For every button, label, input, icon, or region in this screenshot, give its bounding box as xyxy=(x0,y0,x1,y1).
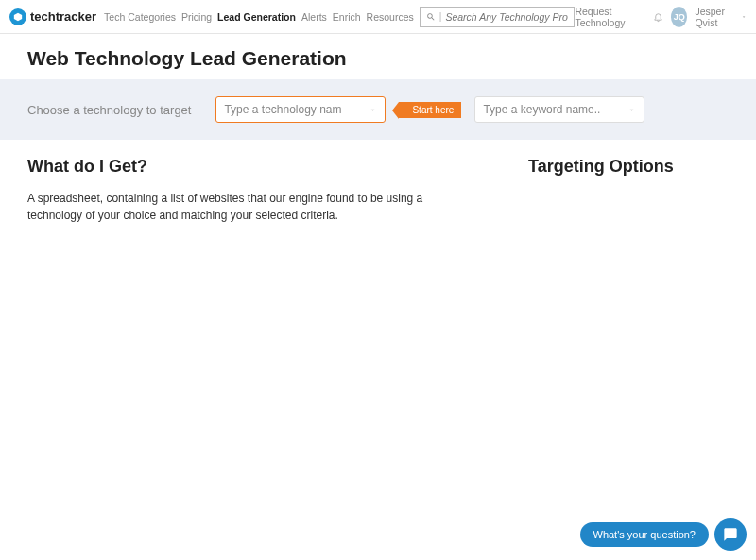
nav-enrich[interactable]: Enrich xyxy=(333,11,361,23)
logo-icon xyxy=(9,8,26,25)
search-separator: | xyxy=(439,11,442,22)
logo-text: techtracker xyxy=(30,9,96,24)
technology-select[interactable]: Type a technology nam xyxy=(215,96,386,123)
start-here-badge: Start here xyxy=(399,102,461,118)
page-title: Web Technology Lead Generation xyxy=(27,47,729,70)
chat-icon xyxy=(723,527,738,542)
nav-lead-generation[interactable]: Lead Generation xyxy=(217,11,296,23)
search-icon xyxy=(426,12,436,22)
filter-bar: Choose a technology to target Type a tec… xyxy=(0,79,756,140)
nav-pricing[interactable]: Pricing xyxy=(181,11,212,23)
bell-icon[interactable] xyxy=(653,10,663,24)
title-row: Web Technology Lead Generation xyxy=(0,34,756,79)
main-nav: Tech Categories Pricing Lead Generation … xyxy=(104,11,414,23)
request-technology-link[interactable]: Request Technology xyxy=(575,6,645,28)
chevron-down-icon xyxy=(369,106,377,114)
chat-button[interactable] xyxy=(714,518,747,551)
filter-label: Choose a technology to target xyxy=(27,103,191,117)
chat-widget: What's your question? xyxy=(580,518,747,551)
chevron-down-icon xyxy=(741,13,747,21)
what-do-i-get-title: What do I Get? xyxy=(27,157,472,177)
nav-alerts[interactable]: Alerts xyxy=(301,11,327,23)
nav-tech-categories[interactable]: Tech Categories xyxy=(104,11,176,23)
main-content: What do I Get? A spreadsheet, containing… xyxy=(0,140,756,241)
logo[interactable]: techtracker xyxy=(9,8,96,25)
chat-question-pill[interactable]: What's your question? xyxy=(580,522,710,547)
what-do-i-get-section: What do I Get? A spreadsheet, containing… xyxy=(27,157,472,224)
user-name-label: Jesper Qvist xyxy=(695,6,737,28)
chevron-down-icon xyxy=(627,106,636,114)
user-menu[interactable]: Jesper Qvist xyxy=(695,6,747,28)
header-right: Request Technology JQ Jesper Qvist xyxy=(575,6,747,28)
avatar[interactable]: JQ xyxy=(671,7,687,27)
targeting-options-section: Targeting Options xyxy=(528,157,717,224)
search-input[interactable] xyxy=(445,11,568,23)
top-header: techtracker Tech Categories Pricing Lead… xyxy=(0,0,756,34)
keyword-select-placeholder: Type a keyword name.. xyxy=(483,103,600,116)
what-do-i-get-body: A spreadsheet, containing a list of webs… xyxy=(27,190,472,224)
keyword-select[interactable]: Type a keyword name.. xyxy=(474,96,644,123)
targeting-options-title: Targeting Options xyxy=(528,157,717,177)
nav-resources[interactable]: Resources xyxy=(367,11,414,23)
technology-select-placeholder: Type a technology nam xyxy=(224,103,341,116)
global-search[interactable]: | xyxy=(420,7,576,27)
